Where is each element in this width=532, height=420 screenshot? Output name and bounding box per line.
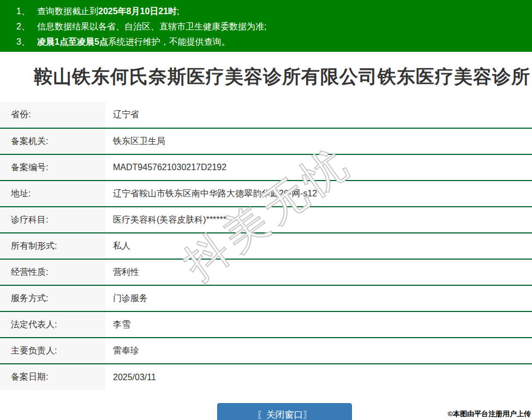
notice-text: ; — [177, 7, 179, 16]
field-value: 门诊服务 — [105, 285, 532, 311]
notice-text: 系统进行维护，不能提供查询。 — [108, 37, 230, 46]
info-table: 省份: 辽宁省 备案机关: 铁东区卫生局 备案编号: MADT945762103… — [0, 102, 532, 390]
field-label: 省份: — [0, 102, 105, 128]
field-label: 经营性质: — [0, 259, 105, 285]
notice-line: 2、信息数据结果以各省、自治区、直辖市卫生健康委数据为准; — [16, 19, 532, 34]
field-value: MADT9457621030217D2192 — [105, 154, 532, 181]
close-window-button[interactable]: 〖关闭窗口〗 — [217, 403, 352, 420]
notice-line: 1、查询数据截止到2025年8月10日21时; — [16, 4, 532, 19]
notice-line: 3、凌晨1点至凌晨5点系统进行维护，不能提供查询。 — [16, 34, 532, 50]
field-label: 备案编号: — [0, 154, 105, 181]
table-row: 经营性质: 营利性 — [0, 259, 532, 285]
field-value: 辽宁省 — [105, 102, 532, 128]
table-row: 备案编号: MADT9457621030217D2192 — [0, 154, 532, 181]
field-label: 诊疗科目: — [0, 207, 105, 233]
table-row: 服务方式: 门诊服务 — [0, 285, 532, 311]
copyright-note: ©本图由平台注册用户上传 — [447, 409, 531, 419]
table-row: 地址: 辽宁省鞍山市铁东区南中华路大德翠韵华庭26-网-s12 — [0, 181, 532, 207]
field-value: 铁东区卫生局 — [105, 128, 532, 154]
table-row: 备案日期: 2025/03/11 — [0, 364, 532, 390]
notice-text: 查询数据截止到 — [37, 7, 98, 16]
field-value: 李雪 — [105, 311, 532, 338]
table-row: 主要负责人: 雷奉珍 — [0, 338, 532, 364]
notice-text-bold: 凌晨1点至凌晨5点 — [37, 37, 108, 46]
field-label: 法定代表人: — [0, 311, 105, 338]
table-row: 所有制形式: 私人 — [0, 233, 532, 259]
field-value: 私人 — [105, 233, 532, 259]
table-row: 法定代表人: 李雪 — [0, 311, 532, 338]
notice-number: 3、 — [16, 34, 37, 50]
title-bar: 鞍山铁东何氏奈斯医疗美容诊所有限公司铁东医疗美容诊所 — [0, 52, 532, 102]
field-label: 服务方式: — [0, 285, 105, 311]
table-row: 省份: 辽宁省 — [0, 102, 532, 128]
notice-banner: 1、查询数据截止到2025年8月10日21时; 2、信息数据结果以各省、自治区、… — [0, 0, 532, 52]
notice-number: 2、 — [16, 19, 37, 34]
table-row: 备案机关: 铁东区卫生局 — [0, 128, 532, 154]
page: 1、查询数据截止到2025年8月10日21时; 2、信息数据结果以各省、自治区、… — [0, 0, 532, 420]
table-row: 诊疗科目: 医疗美容科(美容皮肤科)****** — [0, 207, 532, 233]
field-label: 主要负责人: — [0, 338, 105, 364]
notice-number: 1、 — [16, 4, 37, 19]
field-value: 营利性 — [105, 259, 532, 285]
field-label: 所有制形式: — [0, 233, 105, 259]
field-value: 医疗美容科(美容皮肤科)****** — [105, 207, 532, 233]
page-title: 鞍山铁东何氏奈斯医疗美容诊所有限公司铁东医疗美容诊所 — [0, 64, 530, 89]
field-label: 备案机关: — [0, 128, 105, 154]
field-value: 辽宁省鞍山市铁东区南中华路大德翠韵华庭26-网-s12 — [105, 181, 532, 207]
notice-text: 信息数据结果以各省、自治区、直辖市卫生健康委数据为准; — [37, 22, 266, 31]
field-label: 备案日期: — [0, 364, 105, 390]
notice-text-bold: 2025年8月10日21时 — [98, 7, 177, 16]
field-value: 雷奉珍 — [105, 338, 532, 364]
field-value: 2025/03/11 — [105, 364, 532, 390]
field-label: 地址: — [0, 181, 105, 207]
